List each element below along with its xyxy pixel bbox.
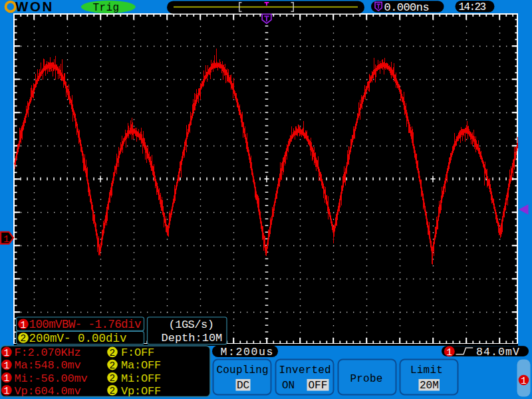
svg-text:WON: WON [15, 0, 54, 14]
svg-text:100mVBW- -1.76div: 100mVBW- -1.76div [29, 318, 141, 331]
svg-text:Limit: Limit [410, 364, 443, 376]
svg-text:ON: ON [282, 380, 295, 392]
svg-text:2: 2 [110, 373, 116, 384]
svg-text:20M: 20M [420, 380, 439, 392]
svg-text:(1GS/s): (1GS/s) [169, 319, 214, 331]
svg-text:1: 1 [3, 234, 9, 245]
svg-text:1: 1 [4, 348, 10, 358]
svg-text:1: 1 [4, 386, 10, 396]
svg-text:M:200us: M:200us [221, 346, 275, 358]
svg-text:1: 1 [4, 360, 10, 371]
svg-text:84.0mV: 84.0mV [476, 346, 520, 358]
svg-text:Trig: Trig [93, 2, 120, 14]
svg-text:F:OFF: F:OFF [121, 346, 154, 359]
svg-text:2: 2 [110, 360, 116, 371]
svg-text:1: 1 [521, 376, 527, 386]
svg-text:Ma:548.0mv: Ma:548.0mv [15, 359, 81, 372]
svg-text:Mi:OFF: Mi:OFF [121, 372, 161, 385]
svg-text:200mV- 0.00div: 200mV- 0.00div [29, 332, 127, 345]
svg-text:Vp:604.0mv: Vp:604.0mv [15, 385, 81, 398]
svg-text:1: 1 [446, 347, 452, 358]
svg-text:2: 2 [110, 386, 116, 396]
svg-text:Inverted: Inverted [279, 364, 331, 376]
svg-text:0.000ns: 0.000ns [384, 1, 430, 14]
svg-text:14:23: 14:23 [459, 1, 486, 13]
svg-text:Vp:OFF: Vp:OFF [121, 385, 161, 398]
svg-text:1: 1 [21, 320, 27, 331]
svg-text:2: 2 [110, 348, 116, 358]
svg-text:F:2.070KHz: F:2.070KHz [15, 346, 81, 359]
svg-text:Probe: Probe [350, 373, 383, 385]
svg-text:DC: DC [237, 380, 249, 392]
svg-text:OFF: OFF [309, 380, 328, 392]
svg-text:Mi:-56.00mv: Mi:-56.00mv [15, 372, 88, 385]
svg-text:Coupling: Coupling [217, 364, 269, 376]
svg-text:Ma:OFF: Ma:OFF [121, 359, 161, 372]
svg-text:2: 2 [21, 333, 27, 344]
svg-text:Depth:10M: Depth:10M [162, 332, 223, 344]
svg-text:1: 1 [4, 373, 10, 384]
